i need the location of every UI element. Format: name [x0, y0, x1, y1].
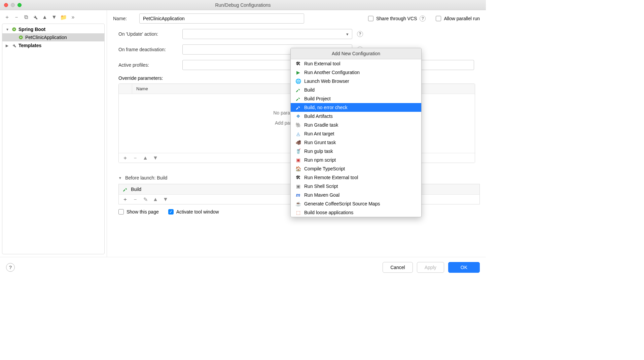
remove-param-icon[interactable]: － — [132, 155, 138, 161]
content-panel: Name: Share through VCS ? Allow parallel… — [107, 10, 486, 257]
move-up-icon[interactable]: ▲ — [42, 14, 48, 20]
show-page-label: Show this page — [127, 209, 159, 215]
help-icon[interactable]: ? — [420, 15, 426, 22]
chevron-right-icon: ▶ — [6, 44, 10, 47]
name-input[interactable] — [139, 13, 304, 24]
tree-petclinic[interactable]: PetClinicApplication — [2, 33, 104, 41]
item-icon: ◬ — [295, 131, 301, 136]
popup-item-label: Run npm script — [304, 157, 336, 163]
tree-label: PetClinicApplication — [25, 35, 67, 40]
move-up-icon[interactable]: ▲ — [152, 196, 158, 202]
chevron-down-icon: ▾ — [346, 32, 349, 37]
popup-item-label: Run External tool — [304, 61, 340, 66]
activate-window-checkbox[interactable] — [168, 209, 174, 215]
item-icon: 🐘 — [295, 122, 301, 128]
popup-item[interactable]: ⬚Build loose applications — [291, 208, 421, 217]
popup-item[interactable]: ▣Run npm script — [291, 156, 421, 164]
share-vcs-label: Share through VCS — [376, 16, 417, 21]
wrench-icon[interactable] — [32, 14, 38, 20]
popup-item[interactable]: mRun Maven Goal — [291, 191, 421, 199]
popup-item[interactable]: ☕Generate CoffeeScript Source Maps — [291, 199, 421, 208]
apply-button[interactable]: Apply — [417, 262, 444, 273]
item-icon: ❖ — [295, 113, 301, 119]
popup-title: Add New Configuration — [291, 48, 421, 59]
popup-item-label: Run Maven Goal — [304, 192, 339, 198]
svg-point-1 — [13, 29, 15, 30]
add-config-icon[interactable]: ＋ — [4, 14, 10, 20]
ok-button[interactable]: OK — [448, 262, 480, 273]
item-icon: 🌐 — [295, 78, 301, 84]
move-down-icon[interactable]: ▼ — [152, 155, 158, 161]
popup-item[interactable]: ▶Run Another Configuration — [291, 68, 421, 77]
spring-boot-icon — [12, 27, 16, 32]
help-button[interactable]: ? — [6, 263, 15, 272]
popup-item-label: Launch Web Browser — [304, 78, 349, 84]
tree-label: Spring Boot — [19, 27, 45, 32]
popup-item-label: Build Artifacts — [304, 113, 333, 119]
popup-item-label: Run Gradle task — [304, 122, 338, 128]
on-update-dropdown[interactable]: ▾ — [182, 29, 352, 39]
popup-item[interactable]: Build — [291, 86, 421, 94]
sidebar-toolbar: ＋ － ⧉ ▲ ▼ 📁 » — [2, 13, 105, 24]
popup-item-label: Build, no error check — [304, 105, 347, 110]
popup-item[interactable]: 🛠Run Remote External tool — [291, 173, 421, 182]
build-task-label: Build — [131, 187, 141, 192]
popup-item[interactable]: ◬Run Ant target — [291, 129, 421, 138]
item-icon — [295, 105, 301, 110]
popup-item[interactable]: 🐗Run Grunt task — [291, 138, 421, 147]
popup-item-label: Build — [304, 87, 315, 93]
dialog-footer: ? Cancel Apply OK — [0, 257, 486, 277]
folder-icon[interactable]: 📁 — [61, 14, 67, 20]
popup-item[interactable]: 🥤Run gulp task — [291, 147, 421, 156]
before-launch-label: Before launch: Build — [125, 175, 167, 181]
show-page-checkbox[interactable] — [118, 209, 124, 215]
item-icon: m — [295, 192, 301, 198]
minimize-window-button[interactable] — [11, 3, 15, 7]
chevron-down-icon[interactable]: ▼ — [118, 176, 122, 180]
add-param-icon[interactable]: ＋ — [122, 155, 128, 161]
move-up-icon[interactable]: ▲ — [142, 155, 148, 161]
popup-item-label: Run Grunt task — [304, 140, 336, 145]
close-window-button[interactable] — [4, 3, 8, 7]
item-icon: 🛠 — [295, 175, 301, 180]
add-task-icon[interactable]: ＋ — [122, 196, 128, 202]
add-configuration-popup: Add New Configuration 🛠Run External tool… — [290, 48, 422, 217]
item-icon — [295, 96, 301, 101]
item-icon: 🛠 — [295, 61, 301, 66]
move-down-icon[interactable]: ▼ — [51, 14, 57, 20]
tree-templates[interactable]: ▶ Templates — [2, 41, 104, 50]
remove-task-icon[interactable]: － — [132, 196, 138, 202]
popup-item-label: Build loose applications — [304, 210, 353, 215]
tree-spring-boot[interactable]: ▼ Spring Boot — [2, 25, 104, 33]
on-frame-label: On frame deactivation: — [118, 47, 178, 52]
popup-item[interactable]: 🌐Launch Web Browser — [291, 77, 421, 86]
item-icon: ▶ — [295, 70, 301, 75]
edit-task-icon[interactable]: ✎ — [142, 196, 148, 202]
popup-item-label: Run Remote External tool — [304, 175, 358, 180]
popup-item[interactable]: 🛠Run External tool — [291, 59, 421, 68]
popup-item[interactable]: Build Project — [291, 94, 421, 103]
popup-item[interactable]: 🐘Run Gradle task — [291, 121, 421, 129]
zoom-window-button[interactable] — [17, 3, 22, 7]
item-icon: ▣ — [295, 157, 301, 163]
popup-item-label: Run Ant target — [304, 131, 334, 136]
more-icon[interactable]: » — [70, 14, 76, 20]
copy-config-icon[interactable]: ⧉ — [23, 14, 29, 20]
popup-item-label: Run Shell Script — [304, 184, 338, 189]
popup-item[interactable]: 🏠Compile TypeScript — [291, 164, 421, 173]
share-vcs-checkbox[interactable] — [368, 16, 373, 21]
profiles-label: Active profiles: — [118, 62, 178, 68]
traffic-lights — [4, 3, 22, 7]
item-icon — [295, 87, 301, 93]
popup-item[interactable]: ❖Build Artifacts — [291, 112, 421, 121]
spring-boot-icon — [19, 35, 23, 40]
popup-item[interactable]: ▣Run Shell Script — [291, 182, 421, 191]
item-icon: ▣ — [295, 184, 301, 189]
popup-item-label: Compile TypeScript — [304, 166, 345, 171]
help-icon[interactable]: ? — [357, 31, 363, 37]
remove-config-icon[interactable]: － — [13, 14, 20, 20]
cancel-button[interactable]: Cancel — [383, 262, 413, 273]
parallel-run-checkbox[interactable] — [436, 16, 441, 21]
popup-item[interactable]: Build, no error check — [291, 103, 421, 112]
move-down-icon[interactable]: ▼ — [163, 196, 169, 202]
